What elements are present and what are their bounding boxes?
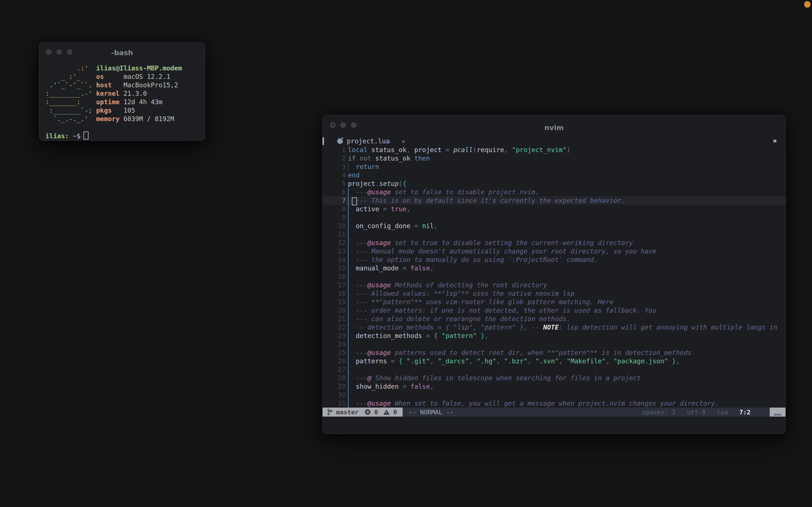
line-number: 13	[322, 247, 346, 256]
code-line[interactable]: 4end	[322, 171, 785, 179]
code-line[interactable]: 13 --- Manual mode doesn't automatically…	[322, 247, 785, 256]
code-line[interactable]: 3 return	[322, 163, 785, 171]
line-number: 21	[322, 315, 346, 323]
code-line[interactable]: 10 on_config_done = nil,	[322, 222, 785, 230]
code-line[interactable]: 7 --- This is on by default since it's c…	[322, 196, 785, 205]
code-line[interactable]: 16	[322, 272, 785, 281]
line-number: 2	[322, 154, 346, 163]
statusline-git-section: master 0 0	[322, 407, 403, 416]
warning-icon	[383, 409, 390, 415]
fetch-row: hostMacBookPro15,2	[96, 81, 182, 89]
code-line[interactable]: 27	[322, 365, 785, 374]
code-line-text: detection_methods = { "pattern" },	[348, 332, 489, 340]
scroll-progress-tick	[774, 414, 781, 416]
code-line[interactable]: 19 --- **"pattern"** uses vim-rooter lik…	[322, 298, 785, 306]
code-line[interactable]: 30	[322, 391, 785, 399]
neofetch-ascii-logo: .:' _ :'_ .'`_`-'_``. :________.-' :____…	[45, 64, 96, 123]
fetch-row: pkgs105	[96, 106, 182, 115]
code-line[interactable]: 28 ---@ Show hidden files in telescope w…	[322, 374, 785, 382]
code-line-text: end	[348, 171, 360, 179]
code-line[interactable]: 6 ---@usage set to false to disable proj…	[322, 188, 785, 196]
cursor-position: 7:2	[739, 409, 751, 416]
code-line[interactable]: 15 manual_mode = false,	[322, 264, 785, 272]
editor-cursor	[352, 198, 357, 205]
ascii-art-line: .'`_`-'_``.	[45, 81, 92, 89]
code-line[interactable]: 1local status_ok, project = pcall(requir…	[322, 146, 785, 154]
line-number: 14	[322, 256, 346, 264]
line-number: 18	[322, 289, 346, 298]
file-encoding: utf-8	[687, 409, 705, 416]
ascii-art-line: .:'	[45, 64, 88, 72]
code-line[interactable]: 29 show_hidden = false,	[322, 382, 785, 391]
shell-prompt[interactable]: ilias: ~$	[45, 131, 202, 140]
code-line-text: active = true,	[348, 205, 410, 213]
line-number: 28	[322, 374, 346, 382]
code-line-text: return	[348, 163, 379, 171]
line-number: 25	[322, 348, 346, 357]
nvim-window[interactable]: nvim project.lua ✕ ✖ 1local status_ok, p…	[322, 115, 786, 434]
fetch-user-host: ilias@Iliass-MBP.modem	[96, 64, 182, 72]
line-number: 5	[322, 179, 346, 188]
git-branch-icon	[327, 409, 333, 415]
code-line-text: show_hidden = false,	[348, 382, 434, 391]
line-number: 11	[322, 230, 346, 238]
code-line-text: ---@usage patterns used to detect root d…	[348, 348, 692, 357]
code-line-text: local status_ok, project = pcall(require…	[348, 146, 570, 154]
line-number: 26	[322, 357, 346, 365]
indent-scope-guide	[348, 188, 349, 407]
code-line-text: ---@usage set to true to disable setting…	[348, 238, 633, 247]
code-line[interactable]: 11	[322, 230, 785, 238]
code-line[interactable]: 8 active = true,	[322, 205, 785, 213]
ascii-art-line: _ :'_	[45, 73, 81, 80]
line-number: 6	[322, 188, 346, 196]
ascii-art-line: :_______:	[45, 98, 81, 106]
code-line[interactable]: 5project.setup({	[322, 179, 785, 188]
code-line-text: --- the option to manually do so using `…	[348, 256, 598, 264]
line-number: 15	[322, 264, 346, 272]
line-number: 4	[322, 171, 346, 179]
code-line[interactable]: 20 --- order matters: if one is not dete…	[322, 306, 785, 315]
error-icon	[364, 409, 371, 415]
code-line[interactable]: 18 --- Allowed values: **"lsp"** uses th…	[322, 289, 785, 298]
code-line[interactable]: 24	[322, 340, 785, 348]
code-line[interactable]: 9	[322, 213, 785, 222]
terminal-output: .:' _ :'_ .'`_`-'_``. :________.-' :____…	[45, 64, 202, 140]
indent-guide	[348, 163, 349, 171]
line-number: 30	[322, 391, 346, 399]
code-line[interactable]: 31 ---@usage When set to false, you will…	[322, 399, 785, 407]
code-line-text: ---@usage Methods of detecting the root …	[348, 281, 547, 289]
line-number: 17	[322, 281, 346, 289]
buffer-close-icon[interactable]: ✕	[402, 138, 405, 145]
fetch-row: uptime12d 4h 43m	[96, 98, 182, 106]
line-number: 9	[322, 213, 346, 222]
code-line[interactable]: 14 --- the option to manually do so usin…	[322, 256, 785, 264]
nvim-title: nvim	[322, 124, 785, 132]
code-line[interactable]: 22 -- detection_methods = { "lsp", "patt…	[322, 323, 785, 332]
error-count: 0	[374, 409, 378, 416]
fetch-row: memory6039M / 8192M	[96, 115, 182, 123]
line-number: 31	[322, 399, 346, 407]
prompt-symbol: ~$	[69, 132, 81, 140]
desktop: -bash .:' _ :'_ .'`_`-'_``. :________.-'…	[0, 0, 812, 507]
code-line[interactable]: 12 ---@usage set to true to disable sett…	[322, 238, 785, 247]
bufferline-close-icon[interactable]: ✖	[773, 136, 777, 146]
code-line[interactable]: 2if not status_ok then	[322, 154, 785, 163]
code-line[interactable]: 23 detection_methods = { "pattern" },	[322, 332, 785, 340]
code-line[interactable]: 25 ---@usage patterns used to detect roo…	[322, 348, 785, 357]
code-line[interactable]: 21 --- can also delete or rearangne the …	[322, 315, 785, 323]
recording-indicator-dot	[804, 1, 811, 8]
code-line[interactable]: 26 patterns = { ".git", "_darcs", ".hg",…	[322, 357, 785, 365]
code-editor-area[interactable]: 1local status_ok, project = pcall(requir…	[322, 146, 785, 407]
bufferline: project.lua ✕ ✖	[322, 136, 785, 146]
statusline: master 0 0 -- NORMAL -- spaces: 2 utf-8 …	[322, 407, 785, 416]
ascii-art-line: :________.-'	[45, 90, 92, 97]
ascii-art-line: `._.-._.'	[45, 115, 88, 122]
buffer-tab[interactable]: project.lua ✕	[337, 136, 405, 146]
vim-mode-indicator: -- NORMAL --	[409, 409, 454, 416]
line-number: 10	[322, 222, 346, 230]
line-number: 19	[322, 298, 346, 306]
warning-count: 0	[393, 409, 397, 416]
buffer-tab-filename: project.lua	[347, 137, 390, 145]
code-line[interactable]: 17 ---@usage Methods of detecting the ro…	[322, 281, 785, 289]
terminal-window[interactable]: -bash .:' _ :'_ .'`_`-'_``. :________.-'…	[39, 42, 205, 141]
